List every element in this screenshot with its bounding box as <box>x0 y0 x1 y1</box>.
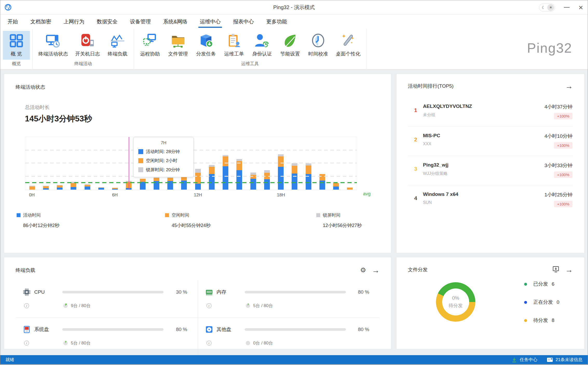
ribbon-item-identity-auth[interactable]: 身份认证 <box>249 31 276 60</box>
average-line <box>25 182 357 183</box>
memory-ram-icon <box>205 288 213 296</box>
change-badge: +100% <box>554 113 572 119</box>
metric-name: 内存 <box>217 289 245 295</box>
legend-item: 空闲时间45小时55分钟24秒 <box>165 212 210 229</box>
terminal-group: 未分组 <box>423 112 544 118</box>
menu-tab-3[interactable]: 上网行为 <box>57 15 91 29</box>
titlebar: Ping32 - 演示模式 ☾ ☀ × <box>0 0 588 15</box>
close-button[interactable]: × <box>578 4 583 11</box>
person-fingerprint-icon <box>254 32 270 49</box>
menu-tab-4[interactable]: 数据安全 <box>91 15 124 29</box>
change-badge: +100% <box>554 201 572 207</box>
ranking-list-item[interactable]: 1 AELXQLYDYVOLTNZ 未分组 4小时37分钟 +100% <box>408 97 573 127</box>
terminal-group: XXX <box>423 142 544 146</box>
ranking-list-item[interactable]: 2 MIS-PC XXX 4小时10分钟 +100% <box>408 127 573 156</box>
terminal-activity-panel: 终端活动状态 总活动时长 145小时3分钟53秒 7H 活动时间: 28分钟空闲… <box>4 74 391 253</box>
tooltip-row: 锁屏时间: 20分钟 <box>138 167 189 173</box>
ribbon-group-ops-tools: 远程协助 文件管理 分发任务 <box>134 29 366 69</box>
metric-percent: 80 % <box>176 327 187 332</box>
ribbon-item-energy-saving[interactable]: 节能设置 <box>277 31 304 60</box>
activity-ranking-panel: 活动时间排行(TOP5) → 1 AELXQLYDYVOLTNZ 未分组 4小时… <box>396 74 585 253</box>
active-duration: 4小时37分钟 <box>544 104 572 110</box>
status-bar: 就绪 任务中心 21条未读信息 <box>0 355 588 365</box>
menu-bar: 开始文档加密上网行为数据安全设备管理系统&网络运维中心报表中心更多功能 <box>0 15 588 29</box>
ribbon-item-label: 概 览 <box>11 51 22 57</box>
light-mode-sun-icon[interactable]: ☀ <box>547 4 554 11</box>
dark-mode-moon-icon[interactable]: ☾ <box>540 4 547 11</box>
ribbon-item-time-calibrate[interactable]: 时间校准 <box>305 31 332 60</box>
ribbon-item-desktop-personalize[interactable]: 桌面个性化 <box>333 31 364 60</box>
menu-tab-7[interactable]: 运维中心 <box>194 15 227 29</box>
theme-toggle[interactable]: ☾ ☀ <box>539 4 555 11</box>
ranking-list-item[interactable]: 4 Windows 7 x64 SUN 1小时25分钟 +100% <box>408 185 573 215</box>
load-metrics-grid: CPU 30 % i 9台 / 80台 内存 <box>16 280 380 355</box>
ribbon-item-file-manage[interactable]: 文件管理 <box>165 31 192 60</box>
overview-grid-icon <box>8 32 25 49</box>
load-settings-gear-icon[interactable]: ⚙ <box>360 266 366 274</box>
total-activity-label: 总活动时长 <box>25 104 380 111</box>
other-disk-progress-bar <box>245 328 346 331</box>
activity-chart-plot: 7H 活动时间: 28分钟空闲时间: 2小时锁屏时间: 20分钟 <box>25 137 357 190</box>
ribbon-item-ops-ticket[interactable]: 运维工单 <box>221 31 248 60</box>
x-tick-label: 12H <box>194 192 202 198</box>
distribution-legend: 已分发6正在分发0待分发8 <box>524 281 559 335</box>
ribbon-item-label: 远程协助 <box>140 51 160 57</box>
ribbon-group-label: 运维工具 <box>134 60 366 69</box>
metric-count: 5台 / 80台 <box>71 340 91 346</box>
terminal-name: Windows 7 x64 <box>423 191 544 197</box>
active-duration: 4小时10分钟 <box>544 133 572 140</box>
task-center-button[interactable]: 任务中心 <box>511 357 537 363</box>
unread-messages-button[interactable]: 21条未读信息 <box>547 357 583 363</box>
ribbon-item-distribute-task[interactable]: 分发任务 <box>193 31 220 60</box>
info-icon[interactable]: i <box>207 341 211 346</box>
x-tick-label: 6H <box>112 192 118 198</box>
donut-center-label: 待分发 <box>449 302 463 309</box>
rank-number: 2 <box>414 133 423 143</box>
ribbon-item-terminal-load[interactable]: 终端负载 <box>104 31 131 60</box>
count-mini-pie-icon <box>246 304 250 308</box>
file-distribution-panel: 文件分发 → 0% 待分发 已分发6正在分发0待分发8 <box>396 257 585 349</box>
ribbon-item-label: 分发任务 <box>196 51 216 57</box>
ribbon-item-label: 桌面个性化 <box>336 51 360 57</box>
menu-tab-9[interactable]: 更多功能 <box>260 15 293 29</box>
x-tick-label: 0H <box>29 192 35 198</box>
ribbon-item-remote-assist[interactable]: 远程协助 <box>136 31 163 60</box>
metric-percent: 30 % <box>176 289 187 295</box>
open-load-arrow-icon[interactable]: → <box>372 266 380 274</box>
window-title: Ping32 - 演示模式 <box>0 4 588 11</box>
ribbon-item-label: 节能设置 <box>280 51 300 57</box>
info-icon[interactable]: i <box>24 303 29 308</box>
average-line-label: avg <box>363 191 371 197</box>
ranking-list-item[interactable]: 3 Ping32_wjj WJJ分组策略 3小时33分钟 +100% <box>408 156 573 185</box>
ribbon: 概 览 概览 终端活动状态 开关机日志 <box>0 29 588 70</box>
minimize-button[interactable] <box>564 7 570 8</box>
ribbon-item-power-log[interactable]: 开关机日志 <box>72 31 103 60</box>
metric-name: 系统盘 <box>34 326 62 333</box>
rank-number: 1 <box>414 104 423 113</box>
ribbon-item-overview[interactable]: 概 览 <box>3 31 30 60</box>
message-envelope-icon <box>547 357 553 362</box>
count-mini-pie-icon <box>63 304 68 308</box>
distribute-download-icon[interactable] <box>552 266 559 274</box>
menu-tab-2[interactable]: 文档加密 <box>24 15 57 29</box>
change-badge: +100% <box>554 171 572 178</box>
metric-count: 0台 / 80台 <box>253 340 273 346</box>
info-icon[interactable]: i <box>207 303 211 308</box>
info-icon[interactable]: i <box>24 341 29 346</box>
open-distribution-arrow-icon[interactable]: → <box>565 266 573 274</box>
ribbon-group-label: 概览 <box>0 60 32 69</box>
chart-tooltip: 7H 活动时间: 28分钟空闲时间: 2小时锁屏时间: 20分钟 <box>133 137 194 177</box>
panel-title: 文件分发 <box>408 266 428 273</box>
ribbon-item-terminal-activity-status[interactable]: 终端活动状态 <box>35 31 71 60</box>
system-disk-load-cell: 系统盘 80 % i 5台 / 80台 <box>16 318 198 355</box>
other-disk-load-cell: 其他盘 80 % i 0台 / 80台 <box>198 318 380 355</box>
menu-tab-6[interactable]: 系统&网络 <box>157 15 194 29</box>
menu-tab-1[interactable]: 开始 <box>1 15 24 29</box>
menu-tab-5[interactable]: 设备管理 <box>124 15 157 29</box>
menu-tab-8[interactable]: 报表中心 <box>227 15 260 29</box>
monitor-chart-icon <box>109 32 126 49</box>
remote-desktop-icon <box>142 32 158 49</box>
system-disk-progress-bar <box>62 328 163 331</box>
open-ranking-arrow-icon[interactable]: → <box>565 82 573 90</box>
x-tick-label: 18H <box>277 192 285 198</box>
